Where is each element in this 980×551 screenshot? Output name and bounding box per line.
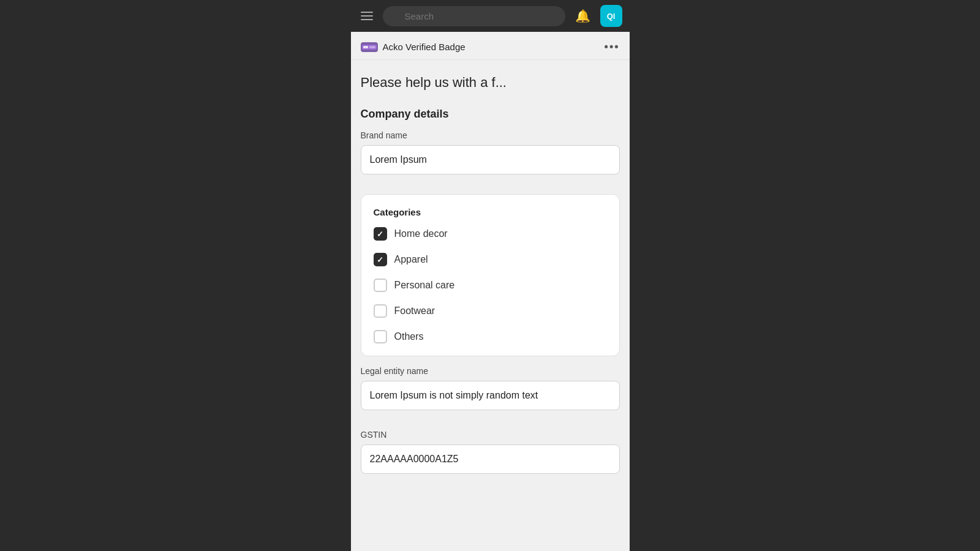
- search-input[interactable]: [383, 6, 565, 26]
- main-content: Please help us with a f... Company detai…: [351, 60, 630, 551]
- checkbox-others[interactable]: Others: [374, 330, 607, 343]
- checkbox-apparel-box[interactable]: [374, 253, 387, 266]
- checkbox-home-decor-box[interactable]: [374, 227, 387, 241]
- app-container: 🔍 🔔 Ql Acko Verified Badge ••• Ple: [351, 0, 630, 551]
- avatar-button[interactable]: Ql: [600, 5, 622, 27]
- notification-button[interactable]: 🔔: [573, 6, 593, 26]
- search-wrapper: 🔍: [383, 6, 565, 26]
- avatar-label: Ql: [607, 12, 616, 21]
- categories-card: Categories Home decor Apparel Personal c…: [361, 194, 620, 356]
- checkbox-personal-care[interactable]: Personal care: [374, 279, 607, 292]
- checkbox-personal-care-box[interactable]: [374, 279, 387, 292]
- gstin-input[interactable]: [361, 444, 620, 474]
- checkbox-apparel[interactable]: Apparel: [374, 253, 607, 266]
- checkbox-footwear-label: Footwear: [394, 305, 435, 317]
- badge-icon: [361, 42, 378, 52]
- more-options-button[interactable]: •••: [605, 40, 620, 53]
- checkbox-footwear[interactable]: Footwear: [374, 304, 607, 318]
- checkbox-personal-care-label: Personal care: [394, 280, 455, 291]
- page-header: Acko Verified Badge •••: [351, 32, 630, 60]
- gstin-label: GSTIN: [361, 430, 620, 440]
- checkbox-home-decor-label: Home decor: [394, 228, 448, 239]
- checkbox-apparel-label: Apparel: [394, 254, 428, 265]
- checkbox-others-label: Others: [394, 331, 424, 342]
- categories-title: Categories: [374, 207, 607, 217]
- brand-name-group: Brand name: [361, 130, 620, 184]
- svg-rect-2: [363, 46, 368, 48]
- legal-entity-group: Legal entity name: [361, 366, 620, 420]
- top-nav: 🔍 🔔 Ql: [351, 0, 630, 32]
- section-title: Company details: [361, 108, 620, 121]
- legal-entity-label: Legal entity name: [361, 366, 620, 376]
- svg-rect-3: [369, 46, 375, 48]
- brand-name-input[interactable]: [361, 145, 620, 174]
- checkbox-home-decor[interactable]: Home decor: [374, 227, 607, 241]
- header-title: Acko Verified Badge: [383, 42, 466, 52]
- checkbox-footwear-box[interactable]: [374, 304, 387, 318]
- page-title: Please help us with a f...: [361, 75, 620, 91]
- gstin-group: GSTIN: [361, 430, 620, 484]
- checkbox-others-box[interactable]: [374, 330, 387, 343]
- legal-entity-input[interactable]: [361, 381, 620, 410]
- header-left: Acko Verified Badge: [361, 42, 466, 52]
- brand-name-label: Brand name: [361, 130, 620, 140]
- hamburger-button[interactable]: [358, 9, 375, 23]
